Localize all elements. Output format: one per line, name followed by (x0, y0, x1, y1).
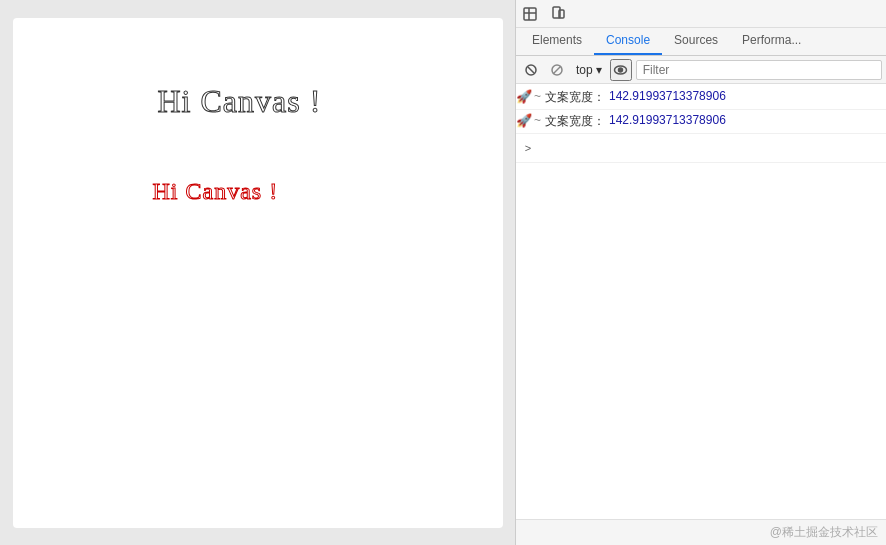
value-2: 142.91993713378906 (609, 113, 726, 127)
expand-icon[interactable]: > (520, 137, 536, 159)
value-1: 142.91993713378906 (609, 89, 726, 103)
tab-console[interactable]: Console (594, 27, 662, 55)
label-2: 文案宽度： (545, 113, 605, 130)
tilde-1: ~ (534, 89, 541, 103)
inspect-icon[interactable] (516, 0, 544, 28)
svg-rect-0 (524, 8, 536, 20)
top-context-label: top (576, 63, 593, 77)
tab-sources[interactable]: Sources (662, 27, 730, 55)
tab-performance[interactable]: Performa... (730, 27, 813, 55)
svg-point-10 (619, 68, 623, 72)
console-messages: 🚀 ~ 文案宽度： 142.91993713378906 🚀 ~ 文案宽度： 1… (516, 84, 886, 519)
canvas-panel: Hi Canvas ! Hi Canvas ! (0, 0, 515, 545)
rocket-icon-2: 🚀 (516, 113, 532, 128)
svg-line-6 (528, 67, 534, 73)
console-toolbar: top ▾ (516, 56, 886, 84)
tab-elements[interactable]: Elements (520, 27, 594, 55)
rocket-icon-1: 🚀 (516, 89, 532, 104)
canvas-text-large: Hi Canvas ! (158, 83, 322, 120)
console-expand-row[interactable]: > (516, 134, 886, 163)
clear-console-button[interactable] (520, 59, 542, 81)
filter-input[interactable] (636, 60, 882, 80)
tilde-2: ~ (534, 113, 541, 127)
svg-rect-4 (559, 10, 564, 18)
eye-button[interactable] (610, 59, 632, 81)
chevron-down-icon: ▾ (596, 63, 602, 77)
device-icon[interactable] (544, 0, 572, 28)
svg-line-8 (553, 66, 561, 74)
no-icon-button[interactable] (546, 59, 568, 81)
console-message-row: 🚀 ~ 文案宽度： 142.91993713378906 (516, 86, 886, 110)
canvas-box: Hi Canvas ! Hi Canvas ! (13, 18, 503, 528)
watermark: @稀土掘金技术社区 (516, 519, 886, 545)
canvas-text-small: Hi Canvas ! (153, 178, 279, 205)
console-message-row: 🚀 ~ 文案宽度： 142.91993713378906 (516, 110, 886, 134)
top-context-selector[interactable]: top ▾ (572, 61, 606, 79)
devtools-toolbar (516, 0, 886, 28)
devtools-tabs: Elements Console Sources Performa... (516, 28, 886, 56)
label-1: 文案宽度： (545, 89, 605, 106)
devtools-panel: Elements Console Sources Performa... top… (515, 0, 886, 545)
